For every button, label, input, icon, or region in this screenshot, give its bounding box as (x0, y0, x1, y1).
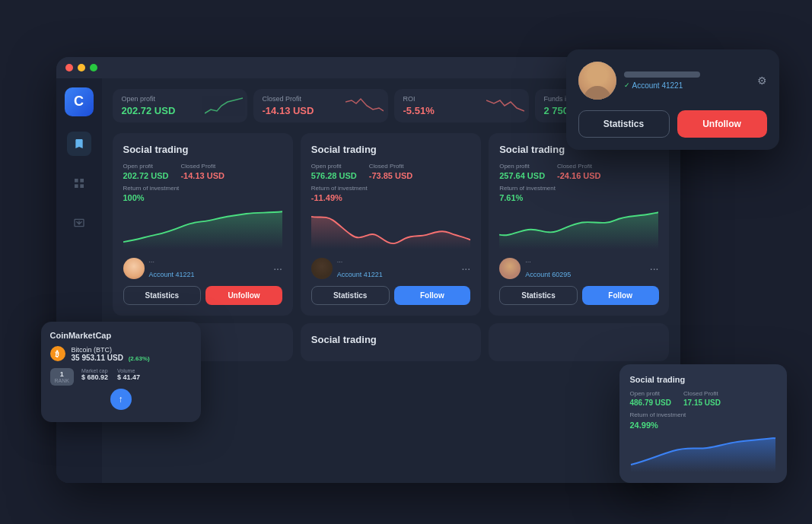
card-1-closed: Closed Profit -14.13 USD (180, 163, 224, 180)
profile-avatar (578, 62, 616, 100)
card-1-chart (123, 208, 282, 250)
card-1-buttons: Statistics Unfollow (123, 286, 282, 305)
market-cap: Market cap $ 680.92 (81, 368, 108, 386)
card-3-menu[interactable]: ··· (650, 262, 659, 275)
trading-card-3: Social trading Open profit 257.64 USD Cl… (489, 133, 669, 316)
profile-buttons: Statistics Unfollow (578, 110, 767, 138)
card-1-avatar (123, 258, 145, 279)
profile-avatar-image (578, 62, 616, 100)
profile-stats-button[interactable]: Statistics (578, 110, 670, 138)
coinmarket-title: CoinMarketCap (50, 331, 192, 340)
social-popup-roi-label: Return of investment (630, 411, 776, 418)
upload-icon[interactable]: ↑ (110, 389, 132, 410)
card-3-account: ··· Account 60295 (499, 258, 571, 280)
card-3-open: Open profit 257.64 USD (499, 163, 545, 180)
svg-rect-0 (75, 179, 78, 183)
sidebar-item-grid[interactable] (67, 171, 91, 195)
card-3-avatar (499, 258, 521, 279)
minimize-dot[interactable] (78, 64, 85, 71)
close-dot[interactable] (65, 64, 73, 71)
btc-info: Bitcoin (BTC) 35 953.11 USD (2.63%) (72, 346, 150, 362)
social-popup-roi: 24.99% (630, 421, 776, 430)
maximize-dot[interactable] (90, 64, 97, 71)
logo: C (65, 87, 94, 116)
card-1-unfollow-button[interactable]: Unfollow (205, 286, 282, 305)
profile-popup: ✓ Account 41221 ⚙ Statistics Unfollow (566, 49, 779, 150)
card-3-stats-button[interactable]: Statistics (499, 286, 578, 305)
stat-open-profit: Open profit 202.72 USD (113, 89, 247, 122)
card-2-closed: Closed Profit -73.85 USD (369, 163, 412, 180)
sidebar: C (56, 78, 102, 483)
open-profit-chart (205, 94, 243, 117)
coinmarket-popup: CoinMarketCap ₿ Bitcoin (BTC) 35 953.11 … (41, 322, 201, 422)
card-2-menu[interactable]: ··· (461, 262, 470, 275)
btc-icon: ₿ (50, 346, 65, 361)
card-2-footer: ··· Account 41221 ··· (311, 258, 470, 280)
card-3-buttons: Statistics Follow (499, 286, 658, 305)
card-3-footer: ··· Account 60295 ··· (499, 258, 658, 280)
profile-header: ✓ Account 41221 ⚙ (578, 62, 767, 100)
profile-account: ✓ Account 41221 (624, 81, 750, 90)
sidebar-item-bookmark[interactable] (67, 132, 91, 156)
stat-roi: ROI -5.51% (394, 89, 529, 122)
profile-name-bar (624, 71, 700, 78)
card-3-chart (499, 208, 658, 250)
svg-rect-2 (75, 184, 78, 188)
card-3-follow-button[interactable]: Follow (582, 286, 659, 305)
social-popup-title: Social trading (630, 375, 776, 384)
card-3-closed: Closed Profit -24.16 USD (557, 163, 600, 180)
card-1-menu[interactable]: ··· (273, 262, 282, 275)
trading-card-2: Social trading Open profit 576.28 USD Cl… (301, 133, 481, 316)
card-1-open: Open profit 202.72 USD (123, 163, 169, 180)
cards-grid: Social trading Open profit 202.72 USD Cl… (113, 133, 670, 316)
social-popup-stats: Open profit 486.79 USD Closed Profit 17.… (630, 390, 776, 407)
rank-badge: 1 RANK (50, 368, 74, 386)
card-2-title: Social trading (311, 144, 470, 155)
social-popup-open: Open profit 486.79 USD (630, 390, 671, 407)
card-2-chart (311, 208, 470, 250)
svg-rect-3 (80, 184, 84, 188)
bitcoin-row: ₿ Bitcoin (BTC) 35 953.11 USD (2.63%) (50, 346, 192, 362)
card-2-account: ··· Account 41221 (311, 258, 383, 280)
card-1-stats-button[interactable]: Statistics (123, 286, 202, 305)
card-2-stats: Open profit 576.28 USD Closed Profit -73… (311, 163, 470, 180)
card-1-stats: Open profit 202.72 USD Closed Profit -14… (123, 163, 282, 180)
card-1-footer: ··· Account 41221 ··· (123, 258, 282, 280)
card-2-follow-button[interactable]: Follow (394, 286, 471, 305)
partial-card-3 (489, 323, 669, 361)
partial-card-2: Social trading (301, 323, 481, 361)
card-2-stats-button[interactable]: Statistics (311, 286, 390, 305)
roi-chart (486, 94, 524, 117)
card-2-avatar (311, 258, 333, 279)
card-2-buttons: Statistics Follow (311, 286, 470, 305)
social-popup-closed: Closed Profit 17.15 USD (683, 390, 721, 407)
card-2-open: Open profit 576.28 USD (311, 163, 357, 180)
card-1-title: Social trading (123, 144, 282, 155)
market-stats: Market cap $ 680.92 Volume $ 41.47 (81, 368, 140, 386)
social-popup-chart (630, 434, 776, 472)
card-3-stats: Open profit 257.64 USD Closed Profit -24… (499, 163, 658, 180)
gear-icon[interactable]: ⚙ (757, 75, 767, 87)
coinmarket-footer: 1 RANK Market cap $ 680.92 Volume $ 41.4… (50, 368, 192, 386)
card-1-account: ··· Account 41221 (123, 258, 195, 280)
social-popup: Social trading Open profit 486.79 USD Cl… (619, 364, 787, 483)
trading-card-1: Social trading Open profit 202.72 USD Cl… (113, 133, 293, 316)
stat-closed-profit: Closed Profit -14.13 USD (253, 89, 388, 122)
sidebar-item-terminal[interactable] (67, 211, 91, 235)
profile-unfollow-button[interactable]: Unfollow (677, 110, 767, 138)
svg-point-5 (584, 86, 611, 100)
svg-rect-1 (80, 179, 84, 183)
partial-2-title: Social trading (311, 334, 470, 345)
volume: Volume $ 41.47 (117, 368, 140, 386)
closed-profit-chart (345, 94, 384, 117)
svg-point-4 (588, 66, 607, 84)
